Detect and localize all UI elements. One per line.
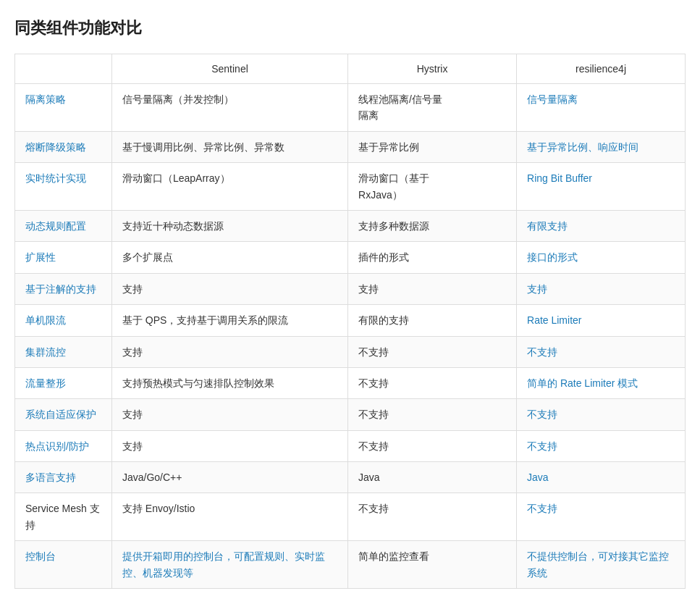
sentinel-cell: 支持 Envoy/Istio [111,493,347,541]
feature-cell: 系统自适应保护 [15,399,112,430]
sentinel-cell: 支持 [111,430,347,461]
table-row: 系统自适应保护支持不支持不支持 [15,399,686,430]
sentinel-cell: 信号量隔离（并发控制） [111,84,347,132]
page-title: 同类组件功能对比 [14,17,686,39]
sentinel-cell: 基于慢调用比例、异常比例、异常数 [111,131,347,162]
resilience-cell: 有限支持 [517,210,686,241]
hystrix-cell: 滑动窗口（基于 RxJava） [348,163,517,211]
hystrix-cell: 简单的监控查看 [348,541,517,589]
table-row: 流量整形支持预热模式与匀速排队控制效果不支持简单的 Rate Limiter 模… [15,367,686,398]
sentinel-cell: 支持 [111,336,347,367]
feature-cell: 控制台 [15,541,112,589]
hystrix-cell: 插件的形式 [348,242,517,273]
header-hystrix: Hystrix [348,54,517,84]
hystrix-cell: 支持多种数据源 [348,210,517,241]
comparison-table: Sentinel Hystrix resilience4j 隔离策略信号量隔离（… [14,54,686,589]
feature-cell: 基于注解的支持 [15,273,112,304]
resilience-cell: 接口的形式 [517,242,686,273]
sentinel-cell: 提供开箱即用的控制台，可配置规则、实时监控、机器发现等 [111,541,347,589]
feature-cell: Service Mesh 支持 [15,493,112,541]
sentinel-cell: 支持 [111,273,347,304]
resilience-cell: 不支持 [517,336,686,367]
feature-cell: 隔离策略 [15,84,112,132]
table-row: 隔离策略信号量隔离（并发控制）线程池隔离/信号量 隔离信号量隔离 [15,84,686,132]
hystrix-cell: 不支持 [348,430,517,461]
feature-cell: 集群流控 [15,336,112,367]
resilience-cell: 不支持 [517,399,686,430]
header-feature [15,54,112,84]
feature-cell: 熔断降级策略 [15,131,112,162]
resilience-cell: 信号量隔离 [517,84,686,132]
resilience-cell: 不提供控制台，可对接其它监控系统 [517,541,686,589]
sentinel-cell: 支持 [111,399,347,430]
header-resilience: resilience4j [517,54,686,84]
table-row: 单机限流基于 QPS，支持基于调用关系的限流有限的支持Rate Limiter [15,305,686,336]
feature-cell: 动态规则配置 [15,210,112,241]
table-row: 扩展性多个扩展点插件的形式接口的形式 [15,242,686,273]
table-row: 熔断降级策略基于慢调用比例、异常比例、异常数基于异常比例基于异常比例、响应时间 [15,131,686,162]
table-row: 热点识别/防护支持不支持不支持 [15,430,686,461]
table-header-row: Sentinel Hystrix resilience4j [15,54,686,84]
hystrix-cell: 有限的支持 [348,305,517,336]
header-sentinel: Sentinel [111,54,347,84]
hystrix-cell: 不支持 [348,336,517,367]
table-row: 实时统计实现滑动窗口（LeapArray）滑动窗口（基于 RxJava）Ring… [15,163,686,211]
feature-cell: 扩展性 [15,242,112,273]
resilience-cell: Rate Limiter [517,305,686,336]
resilience-cell: 基于异常比例、响应时间 [517,131,686,162]
sentinel-cell: 滑动窗口（LeapArray） [111,163,347,211]
resilience-cell: Java [517,462,686,493]
sentinel-cell: 支持近十种动态数据源 [111,210,347,241]
table-row: 多语言支持Java/Go/C++JavaJava [15,462,686,493]
hystrix-cell: Java [348,462,517,493]
sentinel-cell: 多个扩展点 [111,242,347,273]
table-row: 控制台提供开箱即用的控制台，可配置规则、实时监控、机器发现等简单的监控查看不提供… [15,541,686,589]
resilience-cell: 简单的 Rate Limiter 模式 [517,367,686,398]
feature-cell: 单机限流 [15,305,112,336]
table-row: Service Mesh 支持支持 Envoy/Istio不支持不支持 [15,493,686,541]
table-row: 基于注解的支持支持支持支持 [15,273,686,304]
hystrix-cell: 不支持 [348,367,517,398]
resilience-cell: 不支持 [517,493,686,541]
feature-cell: 流量整形 [15,367,112,398]
sentinel-cell: 支持预热模式与匀速排队控制效果 [111,367,347,398]
hystrix-cell: 线程池隔离/信号量 隔离 [348,84,517,132]
hystrix-cell: 基于异常比例 [348,131,517,162]
resilience-cell: Ring Bit Buffer [517,163,686,211]
table-row: 动态规则配置支持近十种动态数据源支持多种数据源有限支持 [15,210,686,241]
sentinel-cell: Java/Go/C++ [111,462,347,493]
hystrix-cell: 不支持 [348,399,517,430]
hystrix-cell: 不支持 [348,493,517,541]
feature-cell: 实时统计实现 [15,163,112,211]
feature-cell: 多语言支持 [15,462,112,493]
resilience-cell: 支持 [517,273,686,304]
hystrix-cell: 支持 [348,273,517,304]
resilience-cell: 不支持 [517,430,686,461]
table-row: 集群流控支持不支持不支持 [15,336,686,367]
sentinel-cell: 基于 QPS，支持基于调用关系的限流 [111,305,347,336]
feature-cell: 热点识别/防护 [15,430,112,461]
